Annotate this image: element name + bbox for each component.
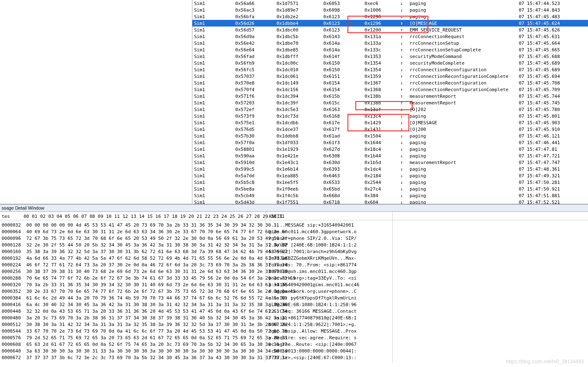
table-row[interactable]: Sim10x599c50x1e6b140x63930x1dc4↓paging07… [192,166,588,172]
cell-col1: 0x56e64 [233,46,275,53]
cell-sim: Sim1 [192,179,233,186]
cell-col1: 0x570e8 [233,80,275,86]
table-row[interactable]: Sim10x576d50x1dce370x617f0x1431↑[O]20007… [192,126,588,133]
cell-col4: 0x1b5d [363,159,396,166]
cell-col3: 0x61ad [322,133,363,139]
direction-arrow-icon: ↓ [396,119,408,126]
cell-sim: Sim1 [192,60,233,66]
cell-col2: 0x1db2e2 [275,13,322,20]
cell-message: paging [408,192,517,199]
cell-col2: 0x1dbfff [275,53,322,60]
table-row[interactable]: Sim10x570e80x1dc1490x61540x1367↓rrcConne… [192,80,588,86]
cell-col2: 0x1d89e7 [275,7,322,13]
cell-col1: 0x56d9a [233,33,275,40]
table-row[interactable]: Sim10x56a660x1d75710x60530xec6↓paging07 … [192,0,588,7]
cell-timestamp: 07 15:47:50.281 [517,179,588,186]
cell-col1: 0x5a7dd [233,172,275,179]
message-table[interactable]: Sim10x56a660x1d75710x60530xec6↓paging07 … [192,0,588,204]
cell-sim: Sim1 [192,126,233,133]
cell-col3: 0x6098 [322,7,363,13]
cell-message: paging [408,186,517,192]
cell-col1: 0x56d57 [233,27,275,33]
cell-col3: 0x617f [322,126,363,133]
cell-timestamp: 07 15:47:44.843 [517,7,588,13]
cell-col2: 0x1dcdbb [275,119,322,126]
cell-col3: 0x6123 [322,27,363,33]
hex-pane[interactable]: 0000032 00 00 00 00 00 00 4d 45 53 53 41… [0,220,265,363]
cell-timestamp: 07 15:47:47.81 [517,146,588,152]
cell-timestamp: 07 15:47:47.721 [517,152,588,159]
table-row[interactable]: Sim10x56e420x1dbe700x614a0x133a↓rrcConne… [192,40,588,46]
table-row[interactable]: Sim10x56d260x1dbbe40x61230x1296↑[O]MESSA… [192,20,588,27]
table-row[interactable]: Sim10x572ef0x1dc5e30x61630x13af↓[O]20207… [192,106,588,113]
cell-timestamp: 07 15:47:45.626 [517,27,588,33]
table-row[interactable]: Sim10x570370x1dc0610x61510x1359↑rrcConne… [192,73,588,80]
direction-arrow-icon: ↑ [396,20,408,27]
table-row[interactable]: Sim10x5cb490x1f4c5b0x668d0x384↓paging07 … [192,192,588,199]
cell-col1: 0x56d26 [233,20,275,27]
table-row[interactable]: Sim10x56fad0x1dbfff0x614f0x1353↓security… [192,53,588,60]
message-list-pane[interactable]: Sim10x56a660x1d75710x60530xec6↓paging07 … [192,0,588,204]
table-row[interactable]: Sim10x56bfa0x1db2e20x61230x1296↓paging07… [192,13,588,20]
cell-col4: 0xec6 [363,0,396,7]
table-row[interactable]: Sim10x588010x1e19290x627d0x18c4↓paging07… [192,146,588,152]
table-row[interactable]: Sim10x5a7dd0x1ea8850x64630x2184↓paging07… [192,172,588,179]
cell-sim: Sim1 [192,146,233,152]
table-row[interactable]: Sim10x575e10x1dcdbb0x617e0x1429↓[O]MESSA… [192,119,588,126]
cell-timestamp: 07 15:47:45.801 [517,113,588,119]
table-row[interactable]: Sim10x57f0a0x1df0330x61f30x1644↓paging07… [192,139,588,146]
cell-timestamp: 07 15:47:45.903 [517,119,588,126]
cell-col3: 0x6123 [322,20,363,27]
cell-sim: Sim1 [192,86,233,93]
table-row[interactable]: Sim10x5be8a0x1f0eeb0x65bd0x27c4↓paging07… [192,186,588,192]
ascii-pane[interactable]: ......MESSAGE sip:+316540942001 @ims.mnc… [265,220,393,363]
cell-col2: 0x1dc156 [275,86,322,93]
table-row[interactable]: Sim10x56ac30x1d89e70x60980x1006↓paging07… [192,7,588,13]
cell-col3: 0x6718 [322,199,363,204]
table-row[interactable]: Sim10x5d43d0x1f75510x67180x604↓paging07 … [192,199,588,204]
cell-timestamp: 07 15:47:46.441 [517,139,588,146]
cell-timestamp: 07 15:47:48.361 [517,166,588,172]
table-row[interactable]: Sim10x56d570x1dbc000x61230x1200↑EMM_SERV… [192,27,588,33]
cell-sim: Sim1 [192,172,233,179]
cell-message: measurementReport [408,99,517,106]
cell-message: [O]MESSAGE [408,20,517,27]
table-row[interactable]: Sim10x56fc50x1dc0100x61500x1354↓rrcConne… [192,66,588,73]
cell-col4: 0x1359 [363,73,396,80]
table-row[interactable]: Sim10x5b5c80x1ee5f50x65330x2544↓paging07… [192,179,588,186]
table-row[interactable]: Sim10x56fb90x1dc00c0x61500x1354↑security… [192,60,588,66]
table-row[interactable]: Sim10x56d9a0x1dbc5b0x61430x131a↑rrcConne… [192,33,588,40]
cell-timestamp: 07 15:47:49.321 [517,172,588,179]
cell-timestamp: 07 15:47:46.121 [517,133,588,139]
cell-message: [O]202 [408,106,517,113]
cell-message: rrcConnectionSetupComplete [408,46,517,53]
cell-col1: 0x571f6 [233,93,275,99]
cell-message: paging [408,146,517,152]
cell-message: securityModeComplete [408,60,517,66]
table-row[interactable]: Sim10x5910d0x1e43c10x630d0x1b5d↑measurem… [192,159,588,166]
cell-col4: 0x2184 [363,172,396,179]
cell-col4: 0x1431 [363,126,396,133]
cell-message: rrcConnectionReconfiguration [408,80,517,86]
cell-col2: 0x1dc061 [275,73,322,80]
cell-sim: Sim1 [192,93,233,99]
cell-col2: 0x1e43c1 [275,159,322,166]
cell-sim: Sim1 [192,186,233,192]
table-row[interactable]: Sim10x573f90x1dc73d0x61680x13c4↓paging07… [192,113,588,119]
direction-arrow-icon: ↓ [396,106,408,113]
direction-arrow-icon: ↓ [396,53,408,60]
table-row[interactable]: Sim10x57b300x1ddbb80x61ad0x1504↓paging07… [192,133,588,139]
cell-sim: Sim1 [192,139,233,146]
table-row[interactable]: Sim10x590aa0x1e421e0x63080x1b44↓paging07… [192,152,588,159]
cell-col3: 0x6463 [322,172,363,179]
table-row[interactable]: Sim10x56e640x1dbe850x614a0x133c↑rrcConne… [192,46,588,53]
cell-col1: 0x5d43d [233,199,275,204]
detail-window-title: ssage Detail Window [0,204,588,212]
cell-col2: 0x1dc394 [275,93,322,99]
table-row[interactable]: Sim10x571f60x1dc3940x615b0x138b↑measurem… [192,93,588,99]
table-row[interactable]: Sim10x572030x1dc39f0x615c0x138b↑measurem… [192,99,588,106]
cell-timestamp: 07 15:47:45.744 [517,93,588,99]
table-row[interactable]: Sim10x570f40x1dc1560x61540x1368↑rrcConne… [192,86,588,93]
cell-col4: 0x133c [363,46,396,53]
cell-col2: 0x1dc149 [275,80,322,86]
